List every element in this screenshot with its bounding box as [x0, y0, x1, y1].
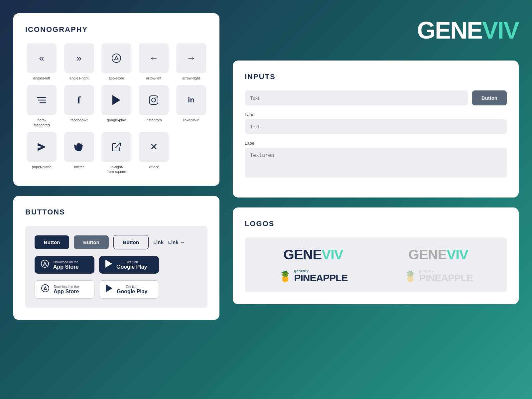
app-store-button-dark[interactable]: Download on the App Store: [35, 256, 94, 274]
icon-item-bars-staggered: bars-staggered: [25, 85, 58, 127]
input-label-2: Label: [245, 141, 507, 146]
instagram-icon: [139, 85, 169, 115]
icon-item-paper-plane: paper-plane: [25, 132, 58, 174]
arrow-icon: →: [180, 239, 185, 245]
link-button[interactable]: Link: [153, 239, 164, 245]
arrow-right-icon: →: [176, 43, 206, 73]
text-input-2[interactable]: [245, 119, 507, 134]
app-store-icon-dark: [41, 259, 49, 270]
svg-rect-5: [149, 96, 158, 104]
svg-point-9: [41, 260, 49, 267]
pineapple-dark-icon: 🍍: [279, 270, 292, 283]
pineapple-light-logo: 🍍 geneviv PINEAPPLE: [379, 269, 497, 283]
angles-left-icon: «: [27, 43, 57, 73]
icon-item-app-store: app-store: [100, 43, 133, 80]
twitter-label: twitter: [74, 165, 84, 169]
google-play-text-dark: Get it on Google Play: [116, 260, 147, 270]
input-button[interactable]: Button: [472, 90, 507, 105]
linkedin-in-icon: in: [176, 85, 206, 115]
pineapple-light-icon: 🍍: [404, 270, 417, 283]
pineapple-dark-logo: 🍍 geneviv PINEAPPLE: [254, 269, 372, 283]
app-store-icon: [101, 43, 131, 73]
arrow-left-label: arrow-left: [146, 76, 161, 80]
linkedin-in-label: linkedin-in: [183, 118, 200, 122]
icon-item-facebook: f facebook-f: [63, 85, 95, 127]
svg-point-0: [112, 54, 121, 63]
textarea-input[interactable]: [245, 148, 507, 178]
icon-item-google-play: google-play: [100, 85, 133, 127]
pineapple-light: 🍍 geneviv PINEAPPLE: [404, 269, 472, 283]
icon-item-arrow-left: ← arrow-left: [137, 43, 170, 80]
angles-right-label: angles-right: [69, 76, 88, 80]
icon-item-empty: [175, 132, 207, 174]
icon-grid: « angles-left » angles-right app-store: [25, 43, 207, 174]
icon-item-angles-right: » angles-right: [63, 43, 95, 80]
facebook-f-icon: f: [64, 85, 94, 115]
bars-staggered-label: bars-staggered: [34, 118, 50, 127]
geneviv-light-viv: VIV: [447, 247, 468, 263]
logos-grid: GENEVIV GENEVIV 🍍 geneviv PINEAPPLE: [245, 237, 507, 292]
brand-viv: VIV: [482, 17, 519, 44]
up-right-from-square-label: up-right-from-square: [106, 165, 126, 174]
button-row-2: Download on the App Store Get it on Goog…: [35, 256, 198, 274]
google-play-icon-light: [105, 284, 113, 295]
twitter-icon: [64, 132, 94, 162]
google-play-text-light: Get it on Google Play: [117, 285, 147, 295]
input-group-1: Label: [245, 112, 507, 134]
icon-item-up-right: up-right-from-square: [100, 132, 133, 174]
google-play-icon: [101, 85, 131, 115]
inputs-title: INPUTS: [245, 72, 507, 81]
app-store-icon-light: [41, 284, 50, 295]
google-play-icon-dark: [105, 259, 112, 270]
arrow-right-label: arrow-right: [183, 76, 200, 80]
text-input-main[interactable]: [245, 90, 468, 105]
svg-point-7: [156, 97, 157, 98]
logos-title: LOGOS: [245, 219, 507, 228]
secondary-button[interactable]: Button: [74, 235, 108, 249]
instagram-label: instagram: [146, 118, 162, 122]
google-play-button-light[interactable]: Get it on Google Play: [99, 280, 159, 299]
icon-item-twitter: twitter: [63, 132, 95, 174]
pineapple-dark-main: PINEAPPLE: [294, 273, 347, 283]
buttons-card: BUTTONS Button Button Button Link Link →: [13, 196, 219, 320]
buttons-title: BUTTONS: [25, 208, 207, 216]
link-arrow-button[interactable]: Link →: [168, 239, 185, 245]
pineapple-dark: 🍍 geneviv PINEAPPLE: [279, 269, 347, 283]
app-store-label: app-store: [109, 76, 124, 80]
google-play-label: google-play: [107, 118, 126, 122]
primary-button[interactable]: Button: [35, 235, 69, 249]
logos-card: LOGOS GENEVIV GENEVIV 🍍 geneviv: [233, 207, 519, 304]
paper-plane-icon: [27, 132, 57, 162]
input-label-1: Label: [245, 112, 507, 117]
outline-button[interactable]: Button: [113, 235, 149, 249]
angles-right-icon: »: [64, 43, 94, 73]
iconography-title: ICONOGRAPHY: [25, 25, 207, 34]
geneviv-light-logo: GENEVIV: [379, 247, 497, 263]
icon-item-angles-left: « angles-left: [25, 43, 58, 80]
input-with-button-row: Button: [245, 90, 507, 105]
geneviv-dark-gene: GENE: [283, 247, 322, 263]
paper-plane-label: paper-plane: [32, 165, 52, 169]
svg-line-8: [116, 143, 120, 148]
app-store-text-light: Download on the App Store: [54, 285, 79, 295]
app-store-button-light[interactable]: Download on the App Store: [35, 280, 94, 299]
geneviv-dark-viv: VIV: [322, 247, 343, 263]
arrow-left-icon: ←: [139, 43, 169, 73]
icon-item-linkedin: in linkedin-in: [175, 85, 207, 127]
pineapple-light-main: PINEAPPLE: [419, 273, 472, 283]
icon-item-xmark: ✕ xmark: [137, 132, 170, 174]
button-row-1: Button Button Button Link Link →: [35, 235, 198, 249]
geneviv-dark-logo: GENEVIV: [254, 247, 372, 263]
brand-logo: GENEVIV: [417, 17, 519, 44]
app-store-text-dark: Download on the App Store: [53, 260, 78, 270]
icon-item-instagram: instagram: [137, 85, 170, 127]
geneviv-dark-text: GENEVIV: [283, 247, 343, 263]
buttons-inner: Button Button Button Link Link →: [25, 226, 207, 308]
xmark-label: xmark: [149, 165, 159, 169]
geneviv-light-text: GENEVIV: [408, 247, 468, 263]
bars-staggered-icon: [27, 85, 57, 115]
facebook-f-label: facebook-f: [70, 118, 87, 122]
google-play-button-dark[interactable]: Get it on Google Play: [99, 256, 159, 274]
iconography-card: ICONOGRAPHY « angles-left » angles-right: [13, 13, 219, 186]
angles-left-label: angles-left: [33, 76, 50, 80]
